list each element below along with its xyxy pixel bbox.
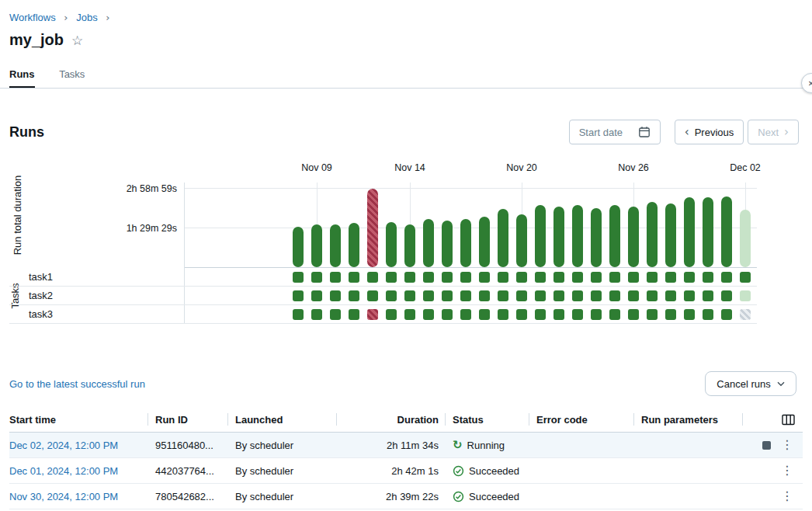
run-duration-bar[interactable]	[684, 197, 695, 267]
column-header-run-id[interactable]: Run ID	[147, 407, 227, 433]
task-run-cell[interactable]	[311, 290, 322, 301]
run-duration-bar[interactable]	[498, 209, 508, 267]
start-date-button[interactable]: Start date	[569, 120, 661, 144]
run-duration-bar[interactable]	[609, 205, 620, 267]
column-header-launched[interactable]: Launched	[227, 407, 336, 433]
next-button[interactable]: Next ›	[748, 120, 799, 144]
run-duration-bar[interactable]	[386, 222, 397, 267]
run-duration-bar[interactable]	[721, 196, 732, 267]
task-run-cell[interactable]	[386, 309, 397, 320]
run-duration-bar[interactable]	[404, 224, 415, 267]
task-run-cell[interactable]	[647, 272, 658, 283]
task-run-cell[interactable]	[423, 272, 434, 283]
task-run-cell[interactable]	[498, 272, 508, 283]
task-run-cell[interactable]	[404, 290, 415, 301]
task-run-cell[interactable]	[367, 290, 378, 301]
task-run-cell[interactable]	[535, 290, 546, 301]
run-duration-bar[interactable]	[572, 205, 583, 267]
row-menu-icon[interactable]: ⋮	[781, 490, 793, 502]
run-duration-bar[interactable]	[591, 208, 602, 267]
run-duration-bar[interactable]	[516, 214, 527, 267]
tab-runs[interactable]: Runs	[9, 68, 35, 88]
task-run-cell[interactable]	[516, 272, 527, 283]
task-run-cell[interactable]	[609, 309, 620, 320]
task-run-cell[interactable]	[665, 272, 676, 283]
run-duration-bar[interactable]	[740, 210, 751, 267]
run-row[interactable]: Dec 01, 2024, 12:00 PM442037764...By sch…	[9, 458, 803, 484]
column-header-error-code[interactable]: Error code	[529, 407, 633, 433]
task-run-cell[interactable]	[591, 309, 602, 320]
task-run-cell[interactable]	[535, 309, 546, 320]
task-run-cell[interactable]	[647, 309, 658, 320]
run-duration-bar[interactable]	[367, 189, 378, 267]
run-duration-bar[interactable]	[553, 207, 564, 267]
run-start-time-link[interactable]: Dec 02, 2024, 12:00 PM	[9, 440, 118, 451]
task-run-cell[interactable]	[535, 272, 546, 283]
task-run-cell[interactable]	[572, 309, 583, 320]
task-run-cell[interactable]	[330, 290, 341, 301]
task-run-cell[interactable]	[553, 272, 564, 283]
task-run-cell[interactable]	[740, 272, 751, 283]
task-run-cell[interactable]	[311, 272, 322, 283]
row-menu-icon[interactable]: ⋮	[781, 439, 793, 451]
task-run-cell[interactable]	[423, 309, 434, 320]
task-run-cell[interactable]	[460, 309, 471, 320]
column-header-start-time[interactable]: Start time	[9, 407, 147, 433]
run-duration-bar[interactable]	[703, 197, 713, 267]
latest-successful-run-link[interactable]: Go to the latest successful run	[9, 378, 145, 390]
task-run-cell[interactable]	[609, 290, 620, 301]
task-run-cell[interactable]	[628, 290, 639, 301]
task-run-cell[interactable]	[721, 309, 732, 320]
run-duration-bar[interactable]	[665, 203, 676, 267]
task-run-cell[interactable]	[665, 309, 676, 320]
favorite-star-icon[interactable]: ☆	[71, 33, 83, 48]
task-run-cell[interactable]	[442, 272, 453, 283]
column-header-status[interactable]: Status	[445, 407, 529, 433]
task-run-cell[interactable]	[703, 290, 713, 301]
task-run-cell[interactable]	[498, 309, 508, 320]
run-duration-bar[interactable]	[460, 219, 471, 267]
task-run-cell[interactable]	[703, 309, 713, 320]
run-start-time-link[interactable]: Nov 30, 2024, 12:00 PM	[9, 491, 118, 502]
run-duration-bar[interactable]	[311, 224, 322, 267]
task-run-cell[interactable]	[553, 290, 564, 301]
panel-collapse-button[interactable]: ✕	[801, 73, 812, 93]
task-run-cell[interactable]	[293, 309, 304, 320]
task-run-cell[interactable]	[684, 272, 695, 283]
task-run-cell[interactable]	[647, 290, 658, 301]
task-run-cell[interactable]	[498, 290, 508, 301]
cancel-runs-button[interactable]: Cancel runs	[705, 371, 796, 396]
task-run-cell[interactable]	[721, 272, 732, 283]
task-run-cell[interactable]	[311, 309, 322, 320]
task-run-cell[interactable]	[684, 290, 695, 301]
task-run-cell[interactable]	[349, 290, 359, 301]
task-run-cell[interactable]	[479, 290, 490, 301]
run-start-time-link[interactable]: Dec 01, 2024, 12:00 PM	[9, 465, 118, 477]
stop-run-icon[interactable]	[762, 441, 771, 450]
task-run-cell[interactable]	[442, 290, 453, 301]
task-run-cell[interactable]	[665, 290, 676, 301]
run-duration-bar[interactable]	[479, 217, 490, 267]
task-run-cell[interactable]	[349, 309, 359, 320]
column-header-duration[interactable]: Duration	[336, 407, 445, 433]
task-run-cell[interactable]	[386, 290, 397, 301]
task-run-cell[interactable]	[591, 272, 602, 283]
task-run-cell[interactable]	[516, 309, 527, 320]
run-duration-bar[interactable]	[647, 202, 658, 267]
run-duration-bar[interactable]	[628, 207, 639, 267]
task-run-cell[interactable]	[386, 272, 397, 283]
task-run-cell[interactable]	[553, 309, 564, 320]
task-run-cell[interactable]	[404, 272, 415, 283]
breadcrumb-workflows-link[interactable]: Workflows	[9, 12, 56, 23]
run-duration-bar[interactable]	[349, 223, 359, 267]
breadcrumb-jobs-link[interactable]: Jobs	[76, 12, 97, 23]
task-run-cell[interactable]	[628, 272, 639, 283]
task-run-cell[interactable]	[367, 309, 378, 320]
task-run-cell[interactable]	[684, 309, 695, 320]
row-menu-icon[interactable]: ⋮	[781, 464, 793, 477]
run-duration-bar[interactable]	[330, 224, 341, 267]
task-run-cell[interactable]	[442, 309, 453, 320]
task-run-cell[interactable]	[703, 272, 713, 283]
task-run-cell[interactable]	[740, 290, 751, 301]
task-run-cell[interactable]	[591, 290, 602, 301]
